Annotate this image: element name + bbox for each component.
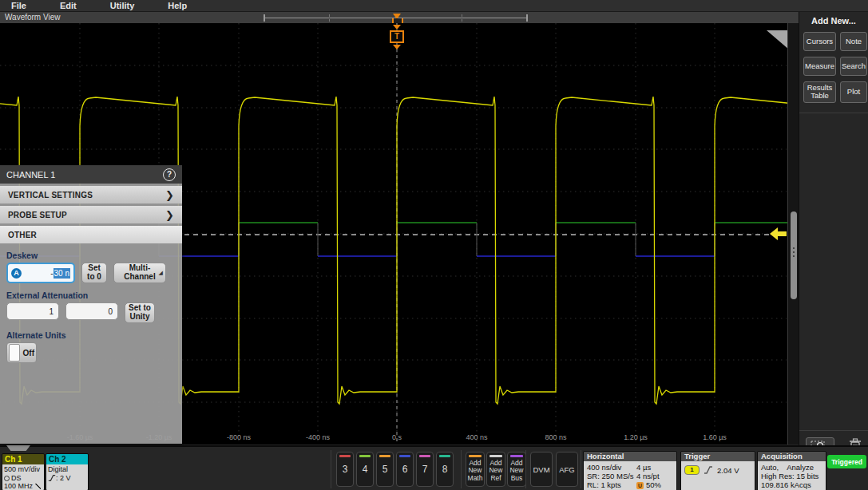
channel-color-stripe xyxy=(489,455,502,457)
channel-color-stripe xyxy=(359,455,371,457)
acquisition-title: Acquisition xyxy=(758,452,826,461)
deskew-label: Deskew xyxy=(6,251,182,260)
trigger-marker-tip-icon xyxy=(393,45,401,49)
rising-edge-icon xyxy=(704,465,713,475)
add-new-ref-button[interactable]: Add New Ref xyxy=(486,452,505,487)
record-length: RL: 1 kpts xyxy=(587,480,636,489)
position-row: U50% xyxy=(636,480,673,489)
expansion-point-icon: U xyxy=(636,482,644,489)
chevron-right-icon: ❯ xyxy=(165,209,174,221)
waveform-scrollbar[interactable] xyxy=(787,23,799,445)
set-to-unity-button[interactable]: Set to Unity xyxy=(125,302,155,323)
set-to-zero-button[interactable]: Set to 0 xyxy=(81,263,107,283)
x-axis-label: 800 ns xyxy=(545,433,566,441)
x-axis-label: 400 ns xyxy=(466,433,487,441)
trigger-source-badge: 1 xyxy=(684,465,700,475)
horizontal-panel[interactable]: Horizontal 400 ns/div 4 µs SR: 250 MS/s … xyxy=(583,451,677,490)
help-icon[interactable]: ? xyxy=(163,168,176,181)
dialog-title: CHANNEL 1 xyxy=(6,170,55,180)
section-label: PROBE SETUP xyxy=(8,211,67,219)
ruler-tick xyxy=(462,14,463,22)
ruler-right-cap xyxy=(526,14,528,22)
channel-5-button[interactable]: 5 xyxy=(376,452,394,487)
ch1-probe-row: DS xyxy=(4,474,42,483)
probe-icon xyxy=(4,476,10,481)
digital-edge-lines xyxy=(80,223,795,256)
attenuation-db-input[interactable]: 0 xyxy=(65,302,118,320)
section-other[interactable]: OTHER xyxy=(0,226,182,243)
add-measure-button[interactable]: Measure xyxy=(803,57,836,76)
add-plot-button[interactable]: Plot xyxy=(840,81,867,103)
menu-file[interactable]: File xyxy=(11,1,26,10)
toggle-knob xyxy=(9,344,20,362)
chevron-right-icon: ❯ xyxy=(165,189,174,201)
channel-7-button[interactable]: 7 xyxy=(416,452,434,487)
add-note-button[interactable]: Note xyxy=(840,32,867,51)
alternate-units-toggle[interactable]: Off xyxy=(6,342,37,363)
ch2-mode: Digital xyxy=(48,465,86,474)
acquisition-mode: Auto, Analyze xyxy=(761,463,822,472)
drawer-handle[interactable] xyxy=(6,445,30,451)
add-new-math-button[interactable]: Add New Math xyxy=(466,452,485,487)
add-results-table-button[interactable]: Results Table xyxy=(803,81,836,103)
channel-color-stripe xyxy=(339,455,351,457)
afg-button[interactable]: AFG xyxy=(556,452,578,487)
channel-4-button[interactable]: 4 xyxy=(356,452,374,487)
channel-2-badge[interactable]: Ch 2 Digital : 2 V xyxy=(46,453,89,490)
channel-8-button[interactable]: 8 xyxy=(436,452,454,487)
trigger-level-value: 2.04 V xyxy=(717,466,739,475)
ruler-left-cap xyxy=(264,14,265,22)
attenuation-ratio-input[interactable]: 1 xyxy=(6,302,59,320)
channel-6-button[interactable]: 6 xyxy=(396,452,414,487)
trigger-level-arrow-icon[interactable] xyxy=(770,227,787,240)
trigger-marker-badge[interactable]: T xyxy=(390,30,404,43)
multipurpose-a-icon: A xyxy=(11,268,22,279)
channel-2-name: Ch 2 xyxy=(46,454,88,464)
acquisition-resolution: High Res: 15 bits xyxy=(761,472,822,480)
dialog-header[interactable]: CHANNEL 1 ? xyxy=(0,165,182,184)
dvm-button[interactable]: DVM xyxy=(530,452,553,487)
trigger-marker[interactable]: T xyxy=(389,25,405,49)
sample-rate: SR: 250 MS/s xyxy=(587,472,636,480)
section-vertical-settings[interactable]: VERTICAL SETTINGS ❯ xyxy=(0,186,182,204)
bandwidth-icon xyxy=(35,484,41,489)
settings-bar: Ch 1 500 mV/div DS 100 MHz Ch 2 Digital … xyxy=(0,445,868,490)
channel-3-button[interactable]: 3 xyxy=(336,452,354,487)
section-label: VERTICAL SETTINGS xyxy=(8,191,93,200)
ch1-bandwidth-row: 100 MHz xyxy=(4,482,42,490)
triggered-status-badge: Triggered xyxy=(827,455,866,468)
x-axis-label: 1.60 µs xyxy=(703,433,727,441)
alternate-units-label: Alternate Units xyxy=(6,330,182,340)
waveform-view-titlebar: Waveform View xyxy=(0,12,799,24)
channel-color-stripe xyxy=(419,455,430,457)
channel-color-stripe xyxy=(399,455,410,457)
channel-1-dialog: CHANNEL 1 ? VERTICAL SETTINGS ❯ PROBE SE… xyxy=(0,165,182,444)
external-attenuation-label: External Attenuation xyxy=(6,290,182,300)
waveform-view-title: Waveform View xyxy=(5,13,60,22)
x-axis-label: 0 s xyxy=(392,433,402,441)
channel-color-stripe xyxy=(510,455,523,457)
channel-1-badge[interactable]: Ch 1 500 mV/div DS 100 MHz xyxy=(2,453,45,490)
menu-help[interactable]: Help xyxy=(168,1,187,10)
menu-utility[interactable]: Utility xyxy=(110,1,135,10)
trigger-panel[interactable]: Trigger 1 2.04 V xyxy=(680,451,755,490)
ch1-scale: 500 mV/div xyxy=(4,465,42,474)
menu-bar: File Edit Utility Help xyxy=(0,0,868,12)
x-axis-label: -800 ns xyxy=(227,433,251,441)
add-new-title: Add New... xyxy=(799,12,868,26)
flyout-arrow-icon: ◢ xyxy=(159,270,163,276)
deskew-value: -30 n xyxy=(24,269,70,278)
deskew-input[interactable]: A -30 n xyxy=(6,263,75,283)
multi-channel-button[interactable]: Multi- Channel ◢ xyxy=(113,263,166,283)
add-search-button[interactable]: Search xyxy=(840,57,867,76)
add-new-bus-button[interactable]: Add New Bus xyxy=(507,452,526,487)
channel-1-name: Ch 1 xyxy=(2,454,44,464)
channel-color-stripe xyxy=(469,455,482,457)
menu-edit[interactable]: Edit xyxy=(60,1,77,10)
scrollbar-handle[interactable] xyxy=(791,211,797,299)
x-axis-label: 1.20 µs xyxy=(624,433,648,441)
add-cursors-button[interactable]: Cursors xyxy=(803,32,836,51)
section-probe-setup[interactable]: PROBE SETUP ❯ xyxy=(0,206,182,223)
acquisition-panel[interactable]: Acquisition Auto, Analyze High Res: 15 b… xyxy=(757,451,826,490)
channel-color-stripe xyxy=(439,455,450,457)
